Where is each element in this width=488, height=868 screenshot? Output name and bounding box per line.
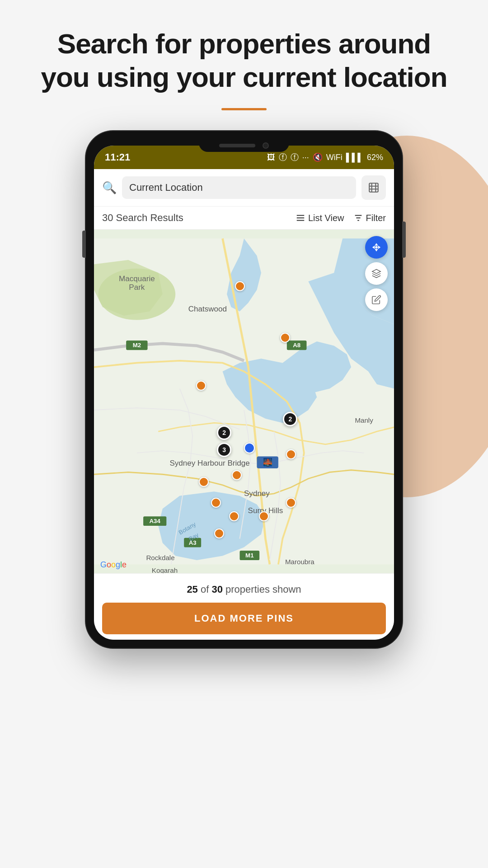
status-time: 11:21: [105, 151, 130, 163]
bottom-panel: 25 of 30 properties shown LOAD MORE PINS: [94, 573, 394, 640]
map-view[interactable]: M2 A8 A34 A3 M1: [94, 230, 394, 573]
svg-text:Rockdale: Rockdale: [146, 554, 174, 561]
google-g2: g: [116, 560, 120, 569]
more-icon: ···: [302, 153, 309, 162]
svg-text:Macquarie: Macquarie: [119, 274, 155, 283]
bookmark-icon: [368, 182, 380, 193]
svg-text:A34: A34: [150, 518, 161, 524]
list-icon: [296, 213, 305, 223]
svg-text:A8: A8: [293, 342, 300, 349]
property-pin-7[interactable]: [211, 498, 221, 508]
facebook-icon-1: ⓕ: [279, 152, 287, 163]
wifi-icon: WiFi: [326, 153, 343, 162]
phone-screen: 11:21 🖼 ⓕ ⓕ ··· 🔇 WiFi ▌▌▌ 62% 🔍 Current…: [94, 146, 394, 640]
header-divider: [221, 108, 267, 110]
svg-rect-0: [369, 183, 378, 192]
total-count: 30: [211, 584, 222, 595]
property-pin-2[interactable]: [280, 333, 290, 343]
status-icons: 🖼 ⓕ ⓕ ··· 🔇 WiFi ▌▌▌ 62%: [267, 152, 383, 163]
filter-label: Filter: [366, 213, 386, 223]
svg-point-39: [375, 246, 378, 249]
list-view-button[interactable]: List View: [296, 213, 344, 223]
mute-icon: 🔇: [313, 152, 323, 162]
current-location-pin: [244, 443, 255, 453]
shown-count: 25: [187, 584, 197, 595]
filter-icon: [353, 213, 363, 223]
google-e: e: [122, 560, 127, 569]
svg-text:Manly: Manly: [355, 416, 373, 424]
svg-text:Kogarah: Kogarah: [152, 566, 178, 573]
svg-text:Maroubra: Maroubra: [285, 558, 314, 566]
facebook-icon-2: ⓕ: [291, 152, 299, 163]
load-more-button[interactable]: LOAD MORE PINS: [102, 603, 386, 634]
search-bar: 🔍 Current Location: [94, 169, 394, 207]
list-view-label: List View: [308, 213, 344, 223]
phone-frame: 11:21 🖼 ⓕ ⓕ ··· 🔇 WiFi ▌▌▌ 62% 🔍 Current…: [86, 131, 402, 648]
saved-searches-button[interactable]: [361, 175, 386, 200]
property-pin-3[interactable]: [196, 381, 206, 391]
svg-text:🌉: 🌉: [263, 458, 273, 467]
draw-button[interactable]: [365, 288, 388, 311]
svg-text:Sydney: Sydney: [244, 489, 270, 498]
property-pin-8[interactable]: [286, 498, 296, 508]
my-location-button[interactable]: [365, 236, 388, 259]
property-pin-9[interactable]: [229, 511, 239, 521]
properties-label: properties shown: [225, 584, 301, 595]
photo-icon: 🖼: [267, 153, 275, 162]
battery-level: 62%: [367, 153, 383, 162]
property-pin-1[interactable]: [235, 281, 245, 291]
filter-button[interactable]: Filter: [353, 213, 386, 223]
search-icon: 🔍: [102, 181, 117, 195]
results-actions: List View Filter: [296, 213, 386, 223]
phone-mockup: 11:21 🖼 ⓕ ⓕ ··· 🔇 WiFi ▌▌▌ 62% 🔍 Current…: [86, 131, 402, 648]
google-logo: Google: [100, 560, 127, 570]
cluster-count: 2: [222, 429, 226, 436]
cluster-count: 3: [222, 446, 226, 453]
cluster-count: 2: [288, 415, 292, 423]
results-bar: 30 Search Results List View: [94, 207, 394, 230]
map-svg: M2 A8 A34 A3 M1: [94, 230, 394, 573]
map-controls: [365, 236, 388, 311]
results-count: 30 Search Results: [102, 212, 183, 224]
svg-text:Park: Park: [129, 283, 145, 292]
phone-notch: [199, 139, 289, 152]
search-input[interactable]: Current Location: [122, 176, 356, 199]
property-pin-11[interactable]: [214, 528, 224, 538]
page-title: Search for properties around you using y…: [36, 27, 452, 94]
layers-button[interactable]: [365, 262, 388, 285]
property-cluster-2[interactable]: 2: [283, 412, 297, 426]
svg-text:Chatswood: Chatswood: [188, 305, 227, 313]
header-section: Search for properties around you using y…: [0, 0, 488, 128]
google-o2: o: [111, 560, 116, 569]
front-camera: [263, 142, 269, 149]
google-g: G: [100, 560, 107, 569]
speaker: [219, 144, 255, 147]
svg-text:M1: M1: [245, 552, 254, 559]
properties-count: 25 of 30 properties shown: [102, 584, 386, 595]
google-o1: o: [107, 560, 111, 569]
signal-icon: ▌▌▌: [346, 153, 363, 162]
svg-text:M2: M2: [133, 342, 141, 349]
svg-text:Sydney Harbour Bridge: Sydney Harbour Bridge: [169, 459, 249, 467]
